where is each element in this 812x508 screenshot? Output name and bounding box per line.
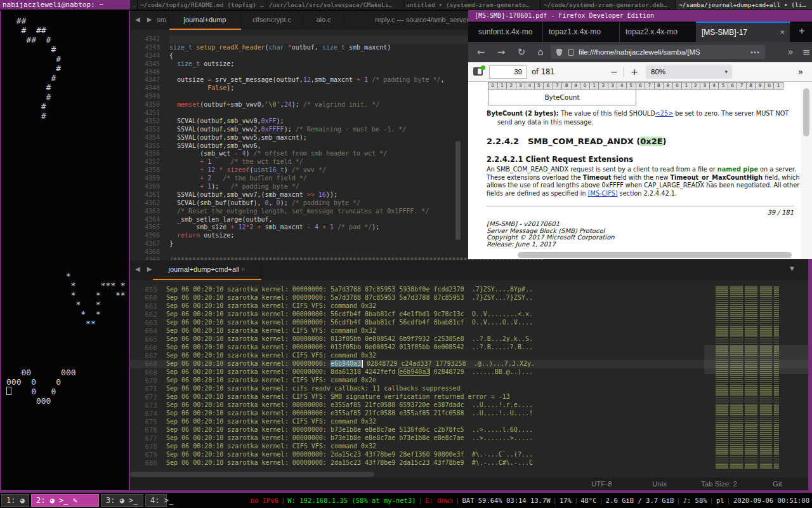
bit-cell: 4 (617, 82, 627, 90)
workspace-button[interactable]: 2: ◕ >_ ✎ (31, 494, 99, 507)
wm-titlebar: nabijaczleweli@nabtop: ~.~/code/topfig/R… (0, 0, 812, 11)
menu-icon[interactable]: ≡ (799, 42, 812, 62)
pdf-vscrollbar[interactable] (801, 82, 812, 259)
line-number: 680 (130, 459, 166, 467)
bit-cell: 7 (645, 82, 655, 90)
line-number: 4362 (130, 199, 169, 208)
shield-icon[interactable] (556, 49, 562, 56)
wm-tab[interactable]: untitled • (systemd-zram-generato… (403, 0, 540, 10)
editor-tab[interactable]: cifsencrypt.c (241, 11, 303, 29)
bit-index-row: 01234567890123456789012345678901 (488, 82, 783, 90)
firefox-navbar: ← → ↻ ⌂ file:///home/nabijaczleweli/samb… (468, 42, 812, 62)
minimap[interactable] (716, 286, 779, 469)
zoom-out-button[interactable]: − (606, 62, 622, 82)
log-area[interactable]: 659Sep 06 00:20:10 szarotka kernel: 0000… (130, 280, 808, 469)
log-line: 679Sep 06 00:20:10 szarotka kernel: 0000… (130, 451, 808, 459)
browser-tab[interactable]: [MS-SMB]-17× (696, 22, 790, 42)
log-line: 659Sep 06 00:20:10 szarotka kernel: 0000… (130, 286, 808, 294)
new-tab-button[interactable]: + (794, 22, 809, 42)
log-line: 677Sep 06 00:20:10 szarotka kernel: 0000… (130, 434, 808, 443)
zoom-in-button[interactable]: + (627, 62, 642, 82)
log-line: 671Sep 06 00:20:10 szarotka kernel: cifs… (130, 385, 808, 393)
status-encoding[interactable]: UTF-8 (591, 478, 612, 490)
document-footer: [MS-SMB] - v20170601Server Message Block… (487, 221, 615, 248)
code-scrollbar[interactable] (455, 141, 461, 240)
bit-cell: 9 (756, 82, 765, 90)
tab-close-icon[interactable]: × (780, 23, 785, 42)
line-number: 4345 (130, 60, 169, 69)
line-number: 4360 (130, 183, 169, 191)
status-git[interactable]: Git (773, 478, 782, 490)
terminal-window[interactable]: ## # ## ## # # # # # # # # # * * *** * *… (0, 11, 130, 493)
back-icon[interactable]: ← (473, 42, 488, 62)
tab-close-icon[interactable]: × (239, 265, 245, 273)
status-line-endings[interactable]: Unix (652, 478, 667, 490)
workspace-button[interactable]: 1: ◕ (1, 494, 29, 507)
line-number: 666 (130, 344, 166, 352)
zoom-select[interactable]: 80%▾ (646, 65, 732, 79)
wm-tab[interactable]: . (130, 0, 137, 10)
line-number: 4359 (130, 175, 169, 183)
reload-icon[interactable]: ↻ (514, 42, 529, 62)
bit-cell: 8 (747, 82, 756, 90)
subsection-heading: 2.2.4.2.1 Client Request Extensions (487, 155, 633, 164)
status-block: 2.6 GiB / 3.7 GiB (606, 497, 674, 504)
editor-tab[interactable]: aio.c (303, 11, 344, 29)
workspace-button[interactable]: 3: ◕ >_ (101, 494, 143, 507)
wm-tab[interactable]: ~/samba/journal+dump+cmd+all • (li… (676, 0, 812, 10)
wm-tab[interactable]: /usr/local/src/solvespace/CMakeLi… (266, 0, 403, 10)
tab-overflow-icon[interactable]: ▼ (790, 265, 794, 272)
footer-line: Release: June 1, 2017 (487, 241, 615, 248)
line-number: 665 (130, 335, 166, 344)
line-number: 661 (130, 302, 166, 311)
status-block: no IPv6 (251, 497, 278, 504)
editor-statusbar: UTF-8 Unix Tab Size: 2 Git (130, 478, 808, 490)
wm-tab[interactable]: ~/code/topfig/README.md (topfig) … (138, 0, 266, 10)
url-bar[interactable]: file:///home/nabijaczleweli/samba/[MS ••… (551, 45, 765, 59)
line-number: 672 (130, 393, 166, 401)
line-number: 4355 (130, 142, 169, 150)
overflow-chevron-icon[interactable]: » (783, 42, 798, 62)
line-number: 4353 (130, 126, 169, 134)
bit-cell: 3 (516, 82, 526, 90)
separator: | (597, 497, 606, 504)
body-paragraph: An SMB_COM_READ_ANDX request is sent by … (487, 166, 801, 198)
status-block: ♪: 58% (683, 497, 707, 504)
line-number: 674 (130, 410, 166, 418)
log-line: 675Sep 06 00:20:10 szarotka kernel: CIFS… (130, 418, 808, 426)
status-tab-size[interactable]: Tab Size: 2 (701, 478, 737, 490)
line-number: 664 (130, 327, 166, 335)
bit-cell: 9 (572, 82, 581, 90)
editor-tab[interactable]: journal+dump (169, 11, 241, 29)
browser-tab[interactable]: topaz2.x.4x-mo (619, 22, 696, 42)
bit-cell: 6 (636, 82, 646, 90)
line-number: 667 (130, 352, 166, 360)
editor-tab[interactable]: sm (154, 11, 169, 29)
firefox-titlebar[interactable]: [MS-SMB]-170601.pdf - Firefox Developer … (468, 10, 812, 22)
line-number: 670 (130, 377, 166, 385)
page-number-input[interactable]: 39 (489, 65, 527, 79)
bit-cell: 1 (774, 82, 783, 90)
log-line: 662Sep 06 00:20:10 szarotka kernel: 0000… (130, 311, 808, 319)
status-block: BAT 59.64% 03:14 13.7W (462, 497, 551, 504)
line-number: 673 (130, 401, 166, 410)
home-icon[interactable]: ⌂ (533, 42, 548, 62)
log-hscrollbar[interactable] (130, 471, 808, 478)
line-number: 4356 (130, 150, 169, 158)
workspace-button[interactable]: 4: >_ (145, 494, 167, 507)
wm-tab-terminal[interactable]: nabijaczleweli@nabtop: ~ (0, 0, 130, 10)
footer-line: Copyright © 2017 Microsoft Corporation (487, 234, 615, 241)
editor-tab-journal[interactable]: journal+dump+cmd+all × (153, 260, 261, 278)
wm-tab[interactable]: ~/code/systemd-zram-generator.deb… (541, 0, 676, 10)
pdf-tools-chevron[interactable]: » (793, 62, 808, 82)
tab-nav-arrows[interactable]: ◀ ▶ (135, 265, 155, 272)
browser-tab[interactable]: sunfont.x.4x-mo (473, 22, 542, 42)
pdf-hscrollbar[interactable] (518, 252, 792, 258)
browser-tab[interactable]: topaz1.x.4x-mo (542, 22, 619, 42)
line-number: 4342 (130, 36, 169, 44)
separator: | (278, 497, 287, 504)
status-block: pl (716, 497, 724, 504)
line-number: 4347 (130, 76, 169, 84)
tab-nav-arrows[interactable]: ◀ ▶ (135, 16, 155, 23)
forward-icon[interactable]: → (494, 42, 509, 62)
